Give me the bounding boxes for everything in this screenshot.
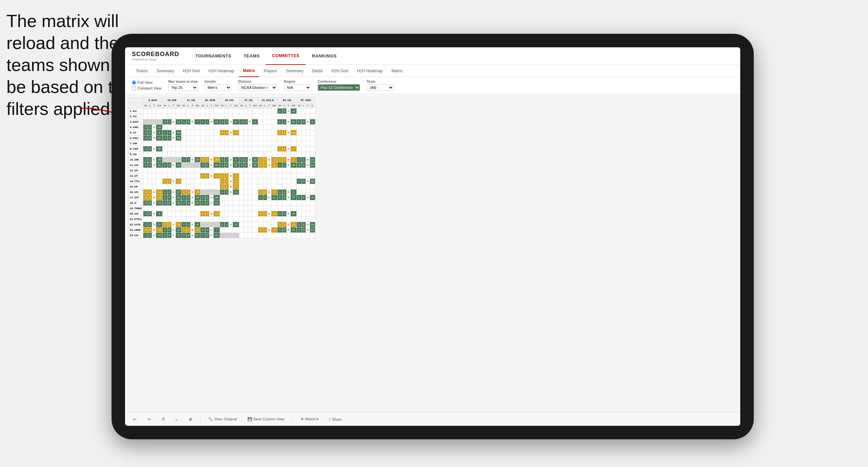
cell-17.GIT-g4-T: [229, 195, 233, 200]
sub-nav-summary[interactable]: Summary: [152, 65, 178, 77]
cell-10.UW-g5-W: 3: [239, 157, 244, 163]
cell-4.UNC-g6-T: [267, 125, 271, 130]
cell-23.UNM-g5-T: [248, 227, 252, 233]
cell-12.UV-g0-W: [143, 168, 148, 173]
cell-23.UNM-g2-Dif: -3: [194, 227, 200, 233]
cell-19.TAMU-g0-T: [152, 206, 156, 211]
undo-btn[interactable]: ↩: [130, 415, 139, 423]
cell-10.UW-g3-L: 2: [206, 157, 210, 163]
cell-9.UA-g5-Dif: [252, 152, 258, 157]
sub-nav-h2h-grid2[interactable]: H2H Grid: [327, 65, 352, 77]
cell-17.GIT-g1-L: 0: [167, 195, 171, 200]
cell-16.UO-g8-W: [297, 190, 302, 195]
cell-19.TAMU-g7-T: [286, 206, 290, 211]
cell-12.UV-g8-L: [302, 168, 306, 173]
cell-2.VU-g6-W: [258, 114, 263, 119]
watch-btn[interactable]: 👁 Watch ▾: [298, 416, 321, 423]
nav-tournaments[interactable]: TOURNAMENTS: [189, 47, 237, 65]
cell-12.UV-g5-W: [239, 168, 244, 173]
redo-icon: ↪: [147, 417, 151, 422]
cell-7.UM-g0-W: [143, 141, 148, 146]
cell-3.ASU-g1-L: 1: [167, 119, 171, 125]
zoom-btn[interactable]: ⊕: [186, 415, 195, 423]
sub-nav-h2h-heatmap[interactable]: H2H Heatmap: [204, 65, 238, 77]
cell-15.UF-g5-T: [248, 184, 252, 190]
save-custom-btn[interactable]: 💾 Save Custom View: [245, 416, 287, 423]
cell-2.VU-g2-L: [186, 114, 190, 119]
cell-1.AU-g0-Dif: [156, 108, 163, 114]
cell-5.UT-g3-W: [200, 130, 206, 136]
max-teams-select[interactable]: Top 25 Top 10 Top 50: [168, 84, 198, 91]
search-btn[interactable]: ⌕: [173, 415, 181, 423]
sub-nav-matrix2[interactable]: Matrix: [387, 65, 407, 77]
nav-teams[interactable]: TEAMS: [237, 47, 266, 65]
cell-22.UCB-g1-Dif: -4: [175, 222, 182, 227]
cell-13.UT-g5-W: [239, 173, 244, 179]
sub-nav-h2h-grid[interactable]: H2H Grid: [179, 65, 204, 77]
cell-14.TTU-g4-L: 2: [225, 179, 229, 184]
cell-23.UNM-g0-Dif: -15: [156, 227, 163, 233]
sub-nav-teams[interactable]: Teams: [132, 65, 152, 77]
division-select[interactable]: NCAA Division I NCAA Division II NCAA Di…: [238, 84, 277, 91]
cell-16.UO-g2-T: 0: [190, 190, 194, 195]
cell-5.UT-g0-T: 0: [152, 130, 156, 136]
cell-15.UF-g3-L: [206, 184, 210, 190]
matrix-area[interactable]: 3. ASU 10. UW 11. UA 22. UCB 24. UO 27. …: [125, 94, 740, 412]
sub-nav-detail[interactable]: Detail: [308, 65, 327, 77]
cell-2.VU-g0-W: [143, 114, 148, 119]
cell-9.UA-g5-T: [248, 152, 252, 157]
sub-nav-players[interactable]: Players: [260, 65, 281, 77]
cell-20.UG-g0-Dif: 8: [156, 211, 163, 217]
cell-15.UF-g8-W: [297, 184, 302, 190]
cell-19.TAMU-g8-T: [306, 206, 310, 211]
team-select[interactable]: (All): [367, 84, 394, 91]
share-btn[interactable]: ⤴ Share: [326, 416, 344, 423]
cell-3.ASU-g4-L: 1: [225, 119, 229, 125]
region-select[interactable]: N/A East West: [284, 84, 311, 91]
col-header-uu: 54. UU: [278, 98, 297, 103]
cell-9.UA-g8-W: [297, 152, 302, 157]
cell-20.UG-g5-Dif: [252, 211, 258, 217]
view-original-btn[interactable]: 🔍 View: Original: [206, 416, 240, 423]
cell-17.GIT-g3-T: 0: [210, 195, 214, 200]
cell-17.GIT-g7-Dif: 27: [290, 195, 297, 200]
cell-14.TTU-g2-L: [186, 179, 190, 184]
cell-4.UNC-g1-L: [167, 125, 171, 130]
cell-14.TTU-g6-L: [263, 179, 267, 184]
cell-21.ETSU-g6-L: [263, 217, 267, 222]
cell-14.TTU-g0-T: [152, 179, 156, 184]
cell-21.ETSU-g4-L: [225, 217, 229, 222]
cell-4.UNC-g8-Dif: [310, 125, 315, 130]
cell-14.TTU-g7-T: [286, 179, 290, 184]
cell-13.UT-g3-T: 0: [210, 173, 214, 179]
cell-17.GIT-g7-L: 0: [282, 195, 286, 200]
cell-3.ASU-g2-L: 0: [186, 119, 190, 125]
cell-18.U-g8-Dif: [310, 200, 315, 206]
reset-btn[interactable]: ↺: [159, 415, 168, 423]
redo-btn[interactable]: ↪: [144, 415, 153, 423]
cell-8.UAF-g4-W: [220, 146, 225, 152]
cell-19.TAMU-g6-L: [263, 206, 267, 211]
gender-select[interactable]: Men's Women's: [204, 84, 232, 91]
sub-nav-matrix[interactable]: Matrix: [239, 65, 259, 77]
cell-4.UNC-g3-L: [206, 125, 210, 130]
full-view-input[interactable]: [132, 80, 136, 85]
cell-17.GIT-g7-T: 0: [286, 195, 290, 200]
nav-committee[interactable]: COMMITTEE: [266, 47, 306, 65]
cell-17.GIT-g2-W: 2: [182, 195, 187, 200]
sub-nav-summary2[interactable]: Summary: [282, 65, 307, 77]
conference-select[interactable]: Pac-12 Conference (All) Big Ten: [318, 84, 360, 91]
cell-20.UG-g6-L: 2: [263, 211, 267, 217]
cell-11.UA-g0-W: 1: [143, 163, 148, 168]
cell-23.UNM-g5-Dif: [252, 227, 258, 233]
nav-rankings[interactable]: RANKINGS: [306, 47, 343, 65]
sub-nav-h2h-heatmap2[interactable]: H2H Heatmap: [353, 65, 387, 77]
cell-20.UG-g0-W: 1: [143, 211, 148, 217]
full-view-radio[interactable]: Full View: [132, 80, 162, 85]
cell-21.ETSU-g8-T: [306, 217, 310, 222]
compact-view-radio[interactable]: Compact View: [132, 86, 162, 91]
compact-view-input[interactable]: [132, 86, 136, 91]
cell-20.UG-g5-W: [239, 211, 244, 217]
bottom-toolbar: ↩ ↪ ↺ ⌕ ⊕ 🔍 View: Original 💾 Save Custom…: [125, 412, 740, 426]
team-label: 17. GIT: [129, 195, 143, 200]
